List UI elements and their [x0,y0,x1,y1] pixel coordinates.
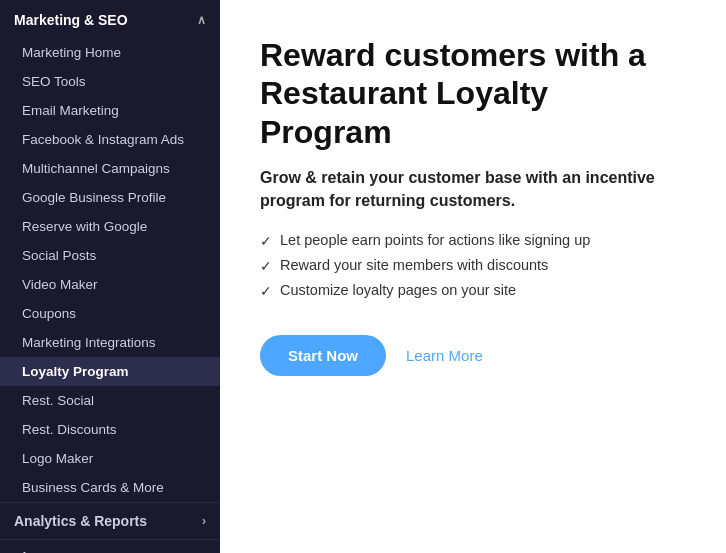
check-icon: ✓ [260,233,272,249]
sidebar-footer-sections: Analytics & Reports›Finances› [0,502,220,553]
sidebar-item[interactable]: SEO Tools [0,67,220,96]
sidebar-section-marketing-seo[interactable]: Marketing & SEO ∧ [0,0,220,38]
sidebar-item[interactable]: Facebook & Instagram Ads [0,125,220,154]
start-now-button[interactable]: Start Now [260,335,386,376]
sidebar-item[interactable]: Email Marketing [0,96,220,125]
learn-more-button[interactable]: Learn More [406,347,483,364]
sidebar-item[interactable]: Video Maker [0,270,220,299]
feature-item: ✓Reward your site members with discounts [260,257,686,274]
feature-item: ✓Customize loyalty pages on your site [260,282,686,299]
sidebar-section-label: Marketing & SEO [14,12,128,28]
sidebar-footer-item[interactable]: Finances› [0,539,220,553]
sidebar-footer-label: Analytics & Reports [14,513,147,529]
action-buttons: Start Now Learn More [260,335,686,376]
sidebar-item[interactable]: Loyalty Program [0,357,220,386]
sidebar-items-list: Marketing HomeSEO ToolsEmail MarketingFa… [0,38,220,502]
sidebar-item[interactable]: Coupons [0,299,220,328]
sidebar-item[interactable]: Rest. Discounts [0,415,220,444]
main-subtitle: Grow & retain your customer base with an… [260,167,686,212]
chevron-right-icon: › [202,514,206,528]
sidebar-footer-item[interactable]: Analytics & Reports› [0,502,220,539]
check-icon: ✓ [260,283,272,299]
feature-text: Reward your site members with discounts [280,257,548,273]
check-icon: ✓ [260,258,272,274]
feature-list: ✓Let people earn points for actions like… [260,232,686,307]
sidebar-item[interactable]: Social Posts [0,241,220,270]
sidebar-item[interactable]: Marketing Integrations [0,328,220,357]
sidebar: Marketing & SEO ∧ Marketing HomeSEO Tool… [0,0,220,553]
sidebar-item[interactable]: Business Cards & More [0,473,220,502]
sidebar-item[interactable]: Marketing Home [0,38,220,67]
sidebar-item[interactable]: Google Business Profile [0,183,220,212]
main-title: Reward customers with a Restaurant Loyal… [260,36,686,151]
chevron-up-icon: ∧ [197,13,206,27]
feature-text: Let people earn points for actions like … [280,232,590,248]
feature-item: ✓Let people earn points for actions like… [260,232,686,249]
feature-text: Customize loyalty pages on your site [280,282,516,298]
main-content: Reward customers with a Restaurant Loyal… [220,0,726,553]
sidebar-item[interactable]: Logo Maker [0,444,220,473]
sidebar-item[interactable]: Reserve with Google [0,212,220,241]
sidebar-item[interactable]: Multichannel Campaigns [0,154,220,183]
sidebar-item[interactable]: Rest. Social [0,386,220,415]
